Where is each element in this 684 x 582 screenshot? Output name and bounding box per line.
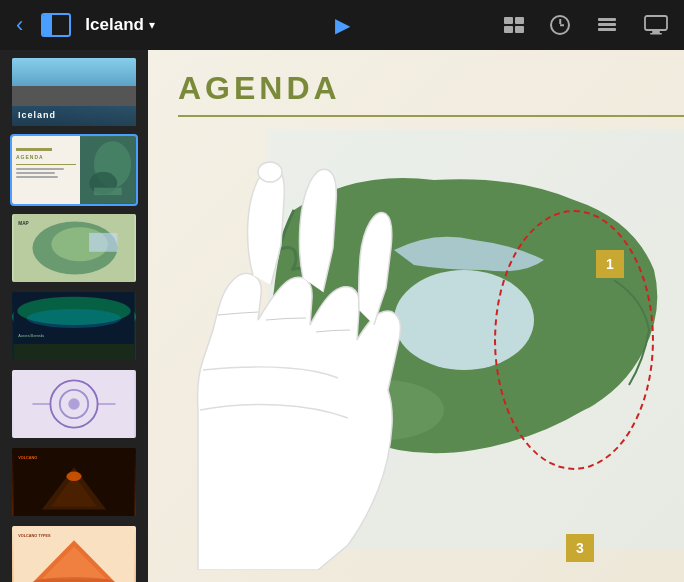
svg-text:MAP: MAP xyxy=(18,221,29,226)
svg-text:VOLCANO: VOLCANO xyxy=(18,456,37,460)
title-area[interactable]: Iceland ▾ xyxy=(85,15,155,35)
layout-toggle-button[interactable] xyxy=(37,9,75,41)
layout-icon xyxy=(41,13,71,37)
svg-rect-2 xyxy=(598,18,616,21)
agenda-slide: AGENDA xyxy=(148,50,684,582)
slide-thumbnail-7[interactable]: 7 VOLCANO TYPES xyxy=(10,524,138,582)
svg-rect-4 xyxy=(652,31,660,33)
layers-icon xyxy=(596,15,618,35)
svg-point-23 xyxy=(68,398,79,409)
slide-panel[interactable]: 1 Iceland 2 AGENDA xyxy=(0,50,148,582)
svg-rect-13 xyxy=(89,233,117,252)
layers-button[interactable] xyxy=(592,11,622,39)
svg-point-29 xyxy=(66,472,81,481)
clock-icon xyxy=(550,15,570,35)
svg-rect-0 xyxy=(598,28,616,31)
grid-icon xyxy=(504,17,524,33)
agenda-divider xyxy=(178,115,684,117)
svg-rect-1 xyxy=(598,23,616,26)
slide-image-2: AGENDA xyxy=(10,134,138,206)
top-bar-left: ‹ Iceland ▾ xyxy=(12,8,500,42)
svg-point-38 xyxy=(324,380,444,440)
top-bar-right xyxy=(500,11,672,39)
main-slide-area: AGENDA xyxy=(148,50,684,582)
slide-image-4: Aurora Borealis xyxy=(10,290,138,362)
grid-view-button[interactable] xyxy=(500,13,528,37)
svg-rect-9 xyxy=(94,188,122,195)
slide-image-6: VOLCANO xyxy=(10,446,138,518)
slide-title: AGENDA xyxy=(178,70,341,107)
slide-thumbnail-4[interactable]: 4 Aurora Borealis xyxy=(10,290,138,362)
svg-text:VOLCANO TYPES: VOLCANO TYPES xyxy=(18,534,51,538)
slide-image-1: Iceland xyxy=(10,56,138,128)
back-icon: ‹ xyxy=(16,12,23,38)
slide-thumbnail-1[interactable]: 1 Iceland xyxy=(10,56,138,128)
slide-thumbnail-2[interactable]: 2 AGENDA xyxy=(10,134,138,206)
monitor-icon xyxy=(644,15,668,35)
slide-thumbnail-3[interactable]: 3 MAP xyxy=(10,212,138,284)
play-button[interactable]: ▶ xyxy=(331,9,354,41)
map-location-3: 3 xyxy=(566,534,594,562)
map-visual: 1 3 xyxy=(268,130,684,582)
slide-image-3: MAP xyxy=(10,212,138,284)
svg-rect-18 xyxy=(14,344,135,360)
top-bar: ‹ Iceland ▾ ▶ xyxy=(0,0,684,50)
map-area: 1 3 xyxy=(268,130,684,582)
svg-rect-5 xyxy=(650,33,662,35)
svg-point-17 xyxy=(27,309,121,328)
clock-button[interactable] xyxy=(546,11,574,39)
slide-image-5 xyxy=(10,368,138,440)
slide-thumbnail-5[interactable]: 5 xyxy=(10,368,138,440)
more-button[interactable] xyxy=(640,11,672,39)
app-title: Iceland xyxy=(85,15,144,35)
svg-rect-3 xyxy=(645,16,667,30)
back-button[interactable]: ‹ xyxy=(12,8,27,42)
chevron-down-icon: ▾ xyxy=(149,18,155,32)
play-icon: ▶ xyxy=(335,13,350,37)
slide-thumbnail-6[interactable]: 6 VOLCANO xyxy=(10,446,138,518)
route-line xyxy=(494,210,654,470)
map-location-1: 1 xyxy=(596,250,624,278)
top-bar-center: ▶ xyxy=(331,9,354,41)
svg-text:Aurora Borealis: Aurora Borealis xyxy=(18,334,44,338)
slide-image-7: VOLCANO TYPES xyxy=(10,524,138,582)
